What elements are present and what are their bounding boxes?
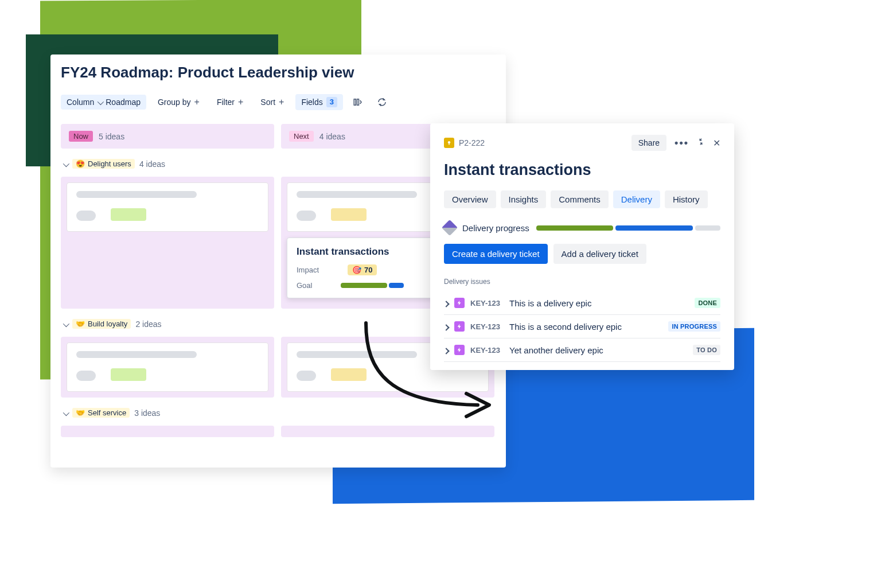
cell-now-self (61, 426, 274, 437)
chevron-down-icon (63, 159, 68, 169)
svg-rect-3 (449, 143, 450, 145)
delivery-issue-row[interactable]: KEY-123 This is a delivery epic DONE (444, 291, 720, 315)
delivery-issue-row[interactable]: KEY-123 Yet another delivery epic TO DO (444, 338, 720, 362)
column-label: Column (67, 98, 94, 107)
more-actions-button[interactable]: ••• (675, 137, 689, 149)
plus-icon (279, 97, 284, 107)
group-name: Build loyalty (88, 320, 127, 328)
plus-icon (238, 97, 243, 107)
impact-value: 70 (364, 266, 372, 274)
placeholder-dot (76, 211, 96, 221)
idea-type-icon (444, 138, 454, 148)
issue-key[interactable]: P2-222 (459, 138, 485, 147)
chevron-down-icon (98, 98, 102, 107)
chevron-down-icon (63, 320, 68, 329)
group-pill: 😍 Delight users (72, 159, 135, 169)
issue-key: KEY-123 (470, 299, 504, 307)
placeholder-pill (331, 368, 367, 381)
goal-label: Goal (297, 281, 312, 290)
epic-icon (454, 321, 465, 332)
close-icon[interactable] (713, 138, 720, 149)
add-delivery-ticket-button[interactable]: Add a delivery ticket (553, 244, 646, 264)
group-ideas: 2 ideas (135, 320, 161, 329)
emoji-heart-eyes-icon: 😍 (76, 159, 85, 168)
column-tag-next: Next (289, 131, 314, 142)
chevron-down-icon (63, 408, 68, 418)
goal-segment-blue (389, 283, 404, 288)
idea-card-placeholder[interactable] (67, 342, 268, 392)
share-button[interactable]: Share (631, 135, 666, 151)
chevron-right-icon (444, 298, 449, 308)
goal-segment-green (341, 283, 387, 288)
svg-rect-1 (357, 99, 358, 106)
tab-comments[interactable]: Comments (551, 190, 609, 208)
cell-next-self (281, 426, 494, 437)
epic-icon (454, 298, 465, 308)
fields-button[interactable]: Fields 3 (295, 94, 343, 110)
tab-insights[interactable]: Insights (501, 190, 547, 208)
placeholder-line (76, 351, 197, 358)
svg-point-2 (448, 141, 450, 143)
collapse-icon[interactable] (697, 138, 705, 148)
group-name: Delight users (88, 159, 131, 168)
goal-progress-bar (341, 283, 404, 288)
placeholder-pill (111, 368, 146, 381)
column-selector[interactable]: Column Roadmap (61, 95, 146, 110)
panel-title: Instant transactions (444, 161, 720, 179)
panel-header: P2-222 Share ••• (444, 135, 720, 151)
status-lozenge: IN PROGRESS (668, 321, 720, 332)
card-stack (61, 177, 274, 309)
cell-now-delight (61, 177, 274, 309)
svg-rect-0 (354, 99, 356, 106)
delivery-diamond-icon (442, 220, 458, 236)
delivery-issue-row[interactable]: KEY-123 This is a second delivery epic I… (444, 315, 720, 338)
idea-card-placeholder[interactable] (67, 182, 268, 232)
placeholder-pill (331, 208, 367, 221)
status-lozenge: TO DO (693, 345, 720, 355)
impact-label: Impact (297, 266, 319, 274)
issue-detail-panel: P2-222 Share ••• Instant transactions Ov… (430, 123, 734, 370)
cell-now-loyalty (61, 337, 274, 398)
tab-delivery[interactable]: Delivery (613, 190, 660, 208)
plus-icon (194, 97, 200, 107)
placeholder-pill (111, 208, 146, 221)
progress-segment-inprogress (615, 225, 693, 231)
group-ideas: 4 ideas (139, 159, 165, 169)
issue-key: KEY-123 (470, 346, 504, 355)
placeholder-dot (297, 211, 316, 221)
epic-icon (454, 345, 465, 355)
impact-value-pill: 🎯 70 (348, 264, 377, 275)
panel-header-left: P2-222 (444, 138, 485, 148)
status-lozenge: DONE (695, 298, 720, 308)
placeholder-line (76, 191, 197, 198)
autosave-button[interactable] (373, 93, 391, 111)
delivery-progress-row: Delivery progress (444, 222, 720, 233)
group-name: Self service (88, 408, 126, 417)
target-icon: 🎯 (352, 266, 361, 274)
ideas-count: 4 ideas (319, 132, 345, 141)
row-self-service (61, 426, 496, 437)
delivery-progress-label: Delivery progress (462, 223, 529, 233)
column-now: Now 5 ideas (61, 124, 274, 154)
emoji-handshake-icon: 🤝 (76, 320, 85, 328)
group-ideas: 3 ideas (134, 408, 160, 418)
panel-header-right: Share ••• (631, 135, 720, 151)
issue-title: Yet another delivery epic (509, 345, 687, 355)
delivery-issues-label: Delivery issues (444, 278, 720, 286)
chevron-right-icon (444, 345, 449, 355)
column-value: Roadmap (106, 98, 141, 107)
column-settings-button[interactable] (349, 93, 367, 111)
tab-history[interactable]: History (665, 190, 708, 208)
group-self-service[interactable]: 🤝 Self service 3 ideas (61, 403, 496, 422)
tab-overview[interactable]: Overview (444, 190, 496, 208)
progress-segment-todo (695, 225, 720, 231)
filter-label: Filter (217, 98, 235, 107)
group-by-button[interactable]: Group by (152, 94, 205, 110)
delivery-progress-bar (536, 225, 720, 231)
issue-title: This is a second delivery epic (509, 322, 662, 332)
column-header: Now 5 ideas (61, 124, 274, 149)
create-delivery-ticket-button[interactable]: Create a delivery ticket (444, 244, 548, 264)
sort-button[interactable]: Sort (255, 94, 290, 110)
filter-button[interactable]: Filter (211, 94, 249, 110)
ideas-count: 5 ideas (99, 132, 124, 141)
